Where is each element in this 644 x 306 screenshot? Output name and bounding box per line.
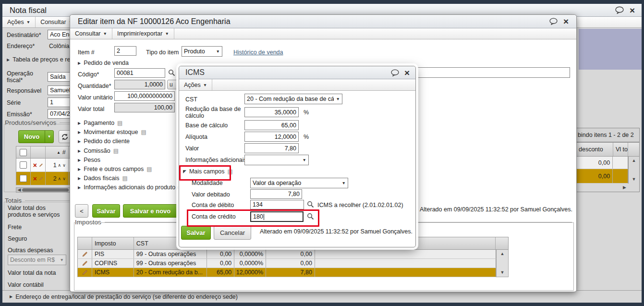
valor-unitario-input[interactable]: 100,0000000000 xyxy=(114,91,175,101)
horizontal-scrollbar[interactable]: ◀ xyxy=(16,187,70,193)
edit-pencil-icon[interactable] xyxy=(82,251,88,257)
vertical-scrollbar[interactable]: ▲ ▼ xyxy=(628,157,639,184)
edit-pencil-icon[interactable] xyxy=(82,269,88,276)
novo-button[interactable]: Novo ▼ xyxy=(18,130,54,143)
notes-icon[interactable]: ▤ xyxy=(122,175,128,182)
section-dados-fiscais[interactable]: ▶ Dados fiscais ▤ xyxy=(78,175,181,182)
section-label: Comissão xyxy=(84,147,110,154)
expand-arrow-icon: ▶ xyxy=(78,185,81,190)
base-calculo-input[interactable]: 65,00 xyxy=(244,120,299,130)
col-imposto-header[interactable]: Imposto xyxy=(92,237,134,249)
section-info-adicionais-produto[interactable]: ▶ Informações adicionais do produto e xyxy=(78,184,181,191)
row-checkbox[interactable] xyxy=(16,172,31,185)
notes-icon[interactable]: ▤ xyxy=(113,147,119,154)
endereco-entrega-label: Endereço de entrega/local de prestação d… xyxy=(15,294,238,300)
notes-icon[interactable]: ▤ xyxy=(141,129,146,135)
table-row-selected[interactable]: × 2 ∧ ∨ xyxy=(16,172,70,185)
section-label: Movimentar estoque xyxy=(84,129,138,135)
comment-bubble-icon[interactable] xyxy=(615,6,624,14)
desconto-select[interactable]: Desconto em R$ ▼ xyxy=(8,255,66,265)
scroll-left-icon[interactable]: ◀ xyxy=(16,188,22,192)
edit-pencil-icon[interactable] xyxy=(39,176,43,182)
serie-label: Série xyxy=(7,99,21,107)
chevron-down-icon: ▼ xyxy=(48,135,51,139)
num-column-header[interactable]: ▲ # xyxy=(46,147,68,158)
num-column-label: # xyxy=(62,149,66,156)
section-movimentar-estoque[interactable]: ▶ Movimentar estoque ▤ xyxy=(78,129,181,135)
frete-label: Frete xyxy=(8,224,22,231)
row-checkbox[interactable] xyxy=(16,159,31,171)
menu-consultar[interactable]: Consultar ▼ xyxy=(70,28,112,39)
salvar-button[interactable]: Salvar xyxy=(92,204,120,218)
section-tabela-precos[interactable]: ▶ Tabela de preços e re xyxy=(7,56,70,63)
vertical-scrollbar[interactable]: ▲ ▼ xyxy=(496,250,509,277)
menu-imprimir-exportar[interactable]: Imprimir/exportar ▼ xyxy=(112,28,174,39)
conta-debito-input[interactable]: 134 xyxy=(250,200,304,209)
section-label: Pedido do cliente xyxy=(84,138,130,145)
imposto-row-cofins[interactable]: COFINS 99 - Outras operações 0,00 0,0000… xyxy=(77,259,496,268)
chevron-down-icon: ▼ xyxy=(303,158,306,162)
imposto-row-icms-selected[interactable]: ICMS 20 - Com redução da b... 65,00 12,0… xyxy=(77,268,496,277)
section-pesos[interactable]: ▶ Pesos xyxy=(78,157,181,163)
section-pedido-cliente[interactable]: ▶ Pedido do cliente xyxy=(78,138,181,145)
move-up-icon[interactable]: ∧ xyxy=(58,176,61,181)
back-button[interactable]: < xyxy=(75,204,88,218)
move-down-icon[interactable]: ∨ xyxy=(62,163,66,168)
aliquota-input[interactable]: 12,0000 xyxy=(244,132,299,142)
delete-icon[interactable]: × xyxy=(33,175,37,182)
select-all-checkbox[interactable] xyxy=(16,147,31,158)
edit-pencil-icon[interactable] xyxy=(39,162,43,168)
scrollbar-thumb[interactable] xyxy=(22,188,69,192)
section-frete-outros[interactable]: ▶ Frete e outros campos ▤ xyxy=(78,166,181,172)
edit-pencil-icon[interactable] xyxy=(82,260,88,267)
tipo-item-select[interactable]: Produto ▼ xyxy=(182,46,222,57)
valor-input[interactable]: 7,80 xyxy=(244,143,299,153)
valor-debitado-input[interactable]: 7,80 xyxy=(250,189,302,199)
move-down-icon[interactable]: ∨ xyxy=(62,176,66,181)
notes-icon[interactable]: ▤ xyxy=(117,120,122,126)
historico-venda-link[interactable]: Histórico de venda xyxy=(233,49,283,56)
menu-acoes[interactable]: Ações ▼ xyxy=(2,17,36,27)
quantidade-unit-button[interactable]: u xyxy=(167,80,180,89)
table-row[interactable]: × 1 ∧ ∨ xyxy=(16,159,70,172)
section-pagamento[interactable]: ▶ Pagamento ▤ xyxy=(78,120,181,126)
section-pedido-venda[interactable]: ▶ Pedido de venda xyxy=(78,60,174,66)
chevron-down-icon: ▼ xyxy=(216,49,220,54)
close-icon[interactable]: × xyxy=(563,17,569,26)
col-vlto-header[interactable]: Vl to xyxy=(613,143,628,156)
expand-arrow-icon: ▶ xyxy=(78,176,81,181)
chevron-down-icon: ▼ xyxy=(342,181,346,185)
section-comissao[interactable]: ▶ Comissão ▤ xyxy=(78,147,181,154)
info-adicionais-select[interactable]: ▼ xyxy=(244,155,309,165)
imposto-row-pis[interactable]: PIS 99 - Outras operações 0,00 0,0000% 0… xyxy=(77,250,496,259)
search-icon[interactable] xyxy=(307,201,314,208)
serie-value: 1 xyxy=(50,99,53,106)
move-up-icon[interactable]: ∧ xyxy=(58,163,61,168)
search-icon[interactable] xyxy=(168,69,175,76)
cancelar-button[interactable]: Cancelar xyxy=(214,226,251,240)
quantidade-input[interactable]: 1,0000 xyxy=(114,80,165,89)
cst-select[interactable]: 20 - Com redução da base de cál ▼ xyxy=(244,94,342,104)
reducao-input[interactable]: 35,0000 xyxy=(244,107,299,117)
scroll-up-icon[interactable]: ▲ xyxy=(632,159,636,163)
scroll-down-icon[interactable]: ▼ xyxy=(632,177,636,182)
scroll-right-icon[interactable]: ▶ xyxy=(623,185,626,190)
salvar-button[interactable]: Salvar xyxy=(181,226,211,240)
item-number: 1 xyxy=(53,162,57,169)
menu-acoes[interactable]: Ações ▼ xyxy=(179,79,212,90)
modalidade-select[interactable]: Valor da operação ▼ xyxy=(250,178,348,188)
salvar-e-novo-button[interactable]: Salvar e novo xyxy=(123,204,178,218)
comment-bubble-icon[interactable] xyxy=(390,69,400,76)
close-icon[interactable]: × xyxy=(404,68,410,77)
scroll-down-icon[interactable]: ▼ xyxy=(500,270,505,275)
comment-bubble-icon[interactable] xyxy=(549,18,558,25)
valor-total-input[interactable]: 100,00 xyxy=(114,103,175,112)
altered-status-text: Alterado em 09/09/2025 11:32:52 por Samu… xyxy=(260,228,413,235)
notes-icon[interactable]: ▤ xyxy=(146,166,152,172)
delete-icon[interactable]: × xyxy=(33,162,37,169)
scroll-up-icon[interactable]: ▲ xyxy=(500,252,505,256)
item-num-input[interactable]: 2 xyxy=(114,46,136,56)
close-icon[interactable]: × xyxy=(630,6,635,15)
codigo-input[interactable]: 00081 xyxy=(114,68,165,78)
cst-value: 20 - Com redução da base de cál xyxy=(247,96,334,102)
